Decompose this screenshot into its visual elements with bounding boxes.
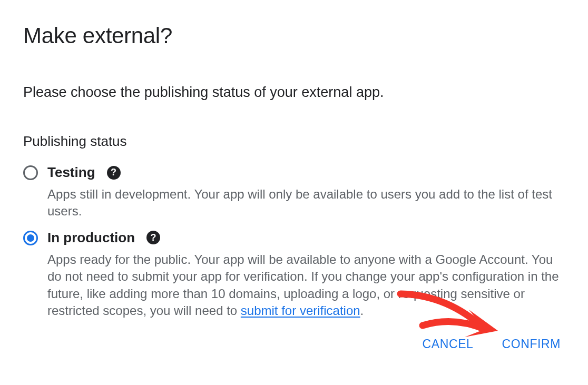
publishing-status-heading: Publishing status	[23, 133, 565, 150]
submit-for-verification-link[interactable]: submit for verification	[241, 303, 360, 318]
confirm-button[interactable]: CONFIRM	[502, 337, 561, 351]
option-content-production: In production ? Apps ready for the publi…	[47, 230, 565, 320]
cancel-button[interactable]: CANCEL	[423, 337, 474, 351]
option-desc-production: Apps ready for the public. Your app will…	[47, 251, 565, 320]
radio-option-testing[interactable]: Testing ? Apps still in development. You…	[23, 164, 565, 220]
radio-production[interactable]	[23, 231, 38, 245]
make-external-dialog: Make external? Please choose the publish…	[23, 23, 565, 351]
desc-post: .	[360, 303, 364, 318]
publishing-status-radio-group: Testing ? Apps still in development. You…	[23, 164, 565, 319]
dialog-title: Make external?	[23, 23, 565, 48]
option-label-row: Testing ?	[47, 164, 565, 181]
radio-option-production[interactable]: In production ? Apps ready for the publi…	[23, 230, 565, 320]
option-desc-testing: Apps still in development. Your app will…	[47, 186, 565, 220]
help-icon[interactable]: ?	[146, 231, 160, 244]
dialog-prompt: Please choose the publishing status of y…	[23, 84, 565, 101]
radio-testing[interactable]	[23, 165, 38, 180]
option-content-testing: Testing ? Apps still in development. You…	[47, 164, 565, 220]
dialog-actions: CANCEL CONFIRM	[23, 337, 565, 351]
option-label-production: In production	[47, 230, 135, 246]
option-label-testing: Testing	[47, 164, 95, 181]
help-icon[interactable]: ?	[107, 166, 121, 180]
option-label-row: In production ?	[47, 230, 565, 246]
